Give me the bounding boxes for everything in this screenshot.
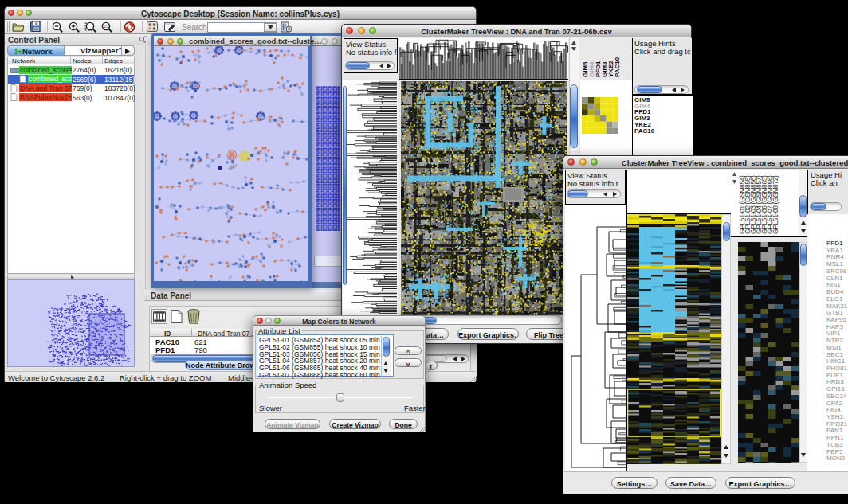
svg-text:1:1: 1:1 xyxy=(103,24,109,29)
